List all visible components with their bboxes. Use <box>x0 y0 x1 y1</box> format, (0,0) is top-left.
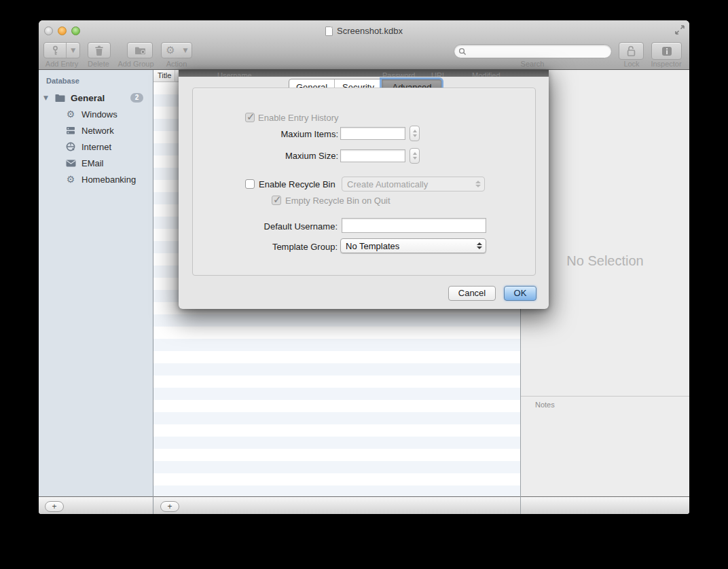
empty-recycle-bin-checkbox[interactable] <box>272 196 281 205</box>
column-header-password: Password <box>382 71 415 77</box>
cancel-button[interactable]: Cancel <box>448 286 496 301</box>
gear-icon: ⚙ <box>65 109 76 120</box>
template-group-value: No Templates <box>346 241 399 251</box>
desktop-background: Screenshot.kdbx ▼ <box>0 0 728 569</box>
recycle-mode-value: Create Automatically <box>347 179 428 189</box>
group-settings-sheet: Username Password URL Modified General S… <box>179 70 549 309</box>
table-row <box>153 412 520 424</box>
column-header-modified: Modified <box>472 71 500 77</box>
sidebar-item-internet[interactable]: Internet <box>39 140 153 153</box>
enable-entry-history-label: Enable Entry History <box>258 113 339 123</box>
sidebar-item-general[interactable]: ▼ General 2 <box>39 91 153 105</box>
sidebar-item-label: EMail <box>81 158 104 168</box>
enable-entry-history-checkbox[interactable] <box>245 113 255 122</box>
sidebar-item-homebanking[interactable]: ⚙ Homebanking <box>39 172 153 186</box>
table-row <box>153 388 520 400</box>
inspector-button[interactable] <box>651 42 682 60</box>
delete-label: Delete <box>88 60 109 68</box>
table-row <box>153 363 520 375</box>
template-group-label: Template Group: <box>236 242 338 252</box>
table-row <box>153 461 520 473</box>
table-row <box>153 485 520 496</box>
sidebar: Database ▼ General 2 ⚙ Windows Network <box>39 70 153 496</box>
table-row <box>153 351 520 363</box>
window-title: Screenshot.kdbx <box>337 26 403 36</box>
recycle-mode-popup[interactable]: Create Automatically <box>342 177 485 191</box>
folder-icon <box>54 92 65 103</box>
lock-button[interactable] <box>619 42 644 60</box>
ok-button[interactable]: OK <box>504 286 536 301</box>
bottom-bar: + + <box>39 496 689 514</box>
sidebar-item-network[interactable]: Network <box>39 124 153 137</box>
sidebar-item-email[interactable]: EMail <box>39 156 153 170</box>
sidebar-item-label: Homebanking <box>81 175 136 185</box>
notes-label: Notes <box>535 401 555 409</box>
trash-icon <box>94 45 104 56</box>
default-username-label: Default Username: <box>236 221 338 232</box>
action-label: Action <box>166 60 187 68</box>
delete-button[interactable] <box>88 42 111 58</box>
sidebar-item-label: Windows <box>81 109 117 120</box>
fullscreen-icon[interactable] <box>675 25 685 35</box>
add-entry-button[interactable]: ▼ <box>43 42 80 58</box>
search-field[interactable] <box>454 44 612 58</box>
table-row <box>153 449 520 461</box>
table-row <box>153 327 520 339</box>
table-row <box>153 375 520 388</box>
column-header-username: Username <box>217 71 252 77</box>
window-header: Screenshot.kdbx ▼ <box>39 20 689 70</box>
folder-plus-icon <box>134 45 146 55</box>
sidebar-header: Database <box>46 77 79 85</box>
add-entry-plus-button[interactable]: + <box>160 501 179 512</box>
open-padlock-icon <box>626 45 636 57</box>
window-title-wrap: Screenshot.kdbx <box>39 26 689 36</box>
column-header-url: URL <box>431 71 446 77</box>
action-button[interactable]: ⚙ ▼ <box>161 42 192 58</box>
maxium-size-stepper[interactable] <box>410 148 420 164</box>
add-group-button[interactable] <box>127 42 153 58</box>
add-entry-label: Add Entry <box>46 60 78 68</box>
enable-recycle-bin-label: Enable Recycle Bin <box>259 179 335 189</box>
column-divider[interactable] <box>175 70 175 82</box>
popup-arrows-icon <box>475 179 481 189</box>
document-icon <box>325 26 333 36</box>
table-row <box>153 437 520 449</box>
settings-group-box: Enable Entry History Maxium Items: Maxiu… <box>192 88 536 276</box>
search-icon <box>458 48 467 56</box>
maxium-items-stepper[interactable] <box>410 126 420 141</box>
search-input[interactable] <box>469 46 611 57</box>
disclosure-triangle-icon[interactable]: ▼ <box>43 94 48 101</box>
inspector-label: Inspector <box>651 60 681 68</box>
maxium-items-label: Maxium Items: <box>247 129 338 139</box>
empty-recycle-bin-label: Empty Recycle Bin on Quit <box>285 196 390 206</box>
popup-arrows-icon <box>477 241 482 251</box>
table-row <box>153 424 520 437</box>
gear-icon: ⚙ <box>65 174 76 185</box>
server-icon <box>65 125 76 136</box>
sidebar-item-label: Network <box>81 126 114 136</box>
maxium-items-field[interactable] <box>340 127 405 140</box>
search-label: Search <box>521 60 545 68</box>
chevron-down-icon[interactable]: ▼ <box>67 43 79 58</box>
add-group-plus-button[interactable]: + <box>45 501 64 512</box>
table-row <box>153 339 520 351</box>
sheet-top-shadow: Username Password URL Modified <box>179 70 549 77</box>
gear-icon: ⚙ <box>162 43 179 58</box>
sidebar-splitter[interactable] <box>153 70 153 514</box>
maxium-size-field[interactable] <box>340 149 405 162</box>
maxium-size-label: Maxium Size: <box>247 151 338 161</box>
enable-recycle-bin-checkbox[interactable] <box>245 179 255 189</box>
table-row <box>153 314 520 327</box>
default-username-field[interactable] <box>342 218 486 233</box>
app-window: Screenshot.kdbx ▼ <box>39 20 689 514</box>
sidebar-item-windows[interactable]: ⚙ Windows <box>39 107 153 121</box>
chevron-down-icon[interactable]: ▼ <box>179 43 192 58</box>
count-badge: 2 <box>130 93 143 103</box>
sidebar-item-label: General <box>71 93 105 103</box>
info-icon <box>661 46 672 56</box>
add-group-label: Add Group <box>117 60 153 68</box>
notes-divider <box>521 396 689 397</box>
key-icon <box>44 43 66 58</box>
template-group-popup[interactable]: No Templates <box>340 238 486 253</box>
column-header-title[interactable]: Title <box>158 71 171 79</box>
